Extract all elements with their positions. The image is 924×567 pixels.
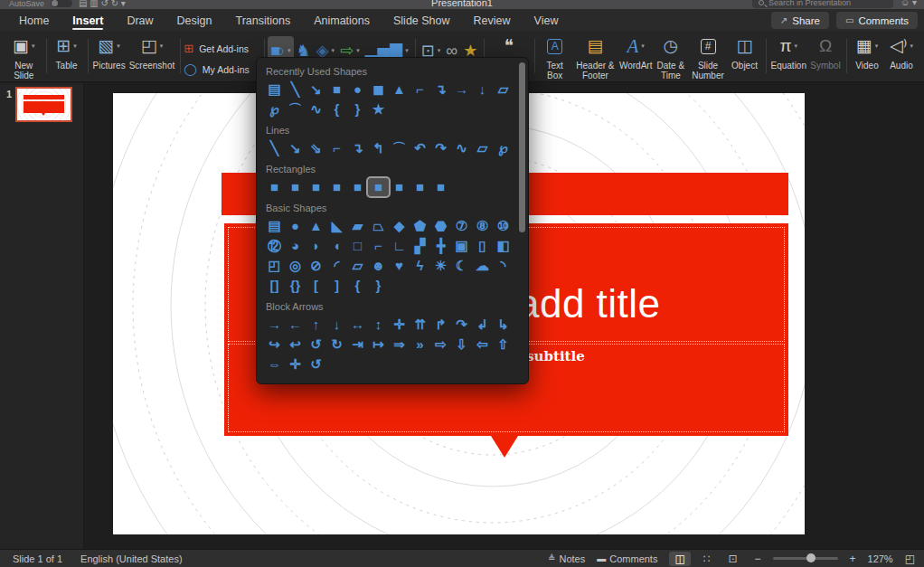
freeform-shape[interactable]: ▱ xyxy=(472,139,493,157)
curved-double-arrow-connector-shape[interactable]: ↷ xyxy=(430,139,451,157)
header-footer-button[interactable]: ▤Header & Footer xyxy=(572,33,619,82)
line-arrow-shape[interactable]: ↘ xyxy=(306,80,326,99)
elbow-arrow-connector-shape[interactable]: ↴ xyxy=(430,80,451,99)
notched-right-arrow-shape[interactable]: ↦ xyxy=(368,335,389,354)
chord-shape[interactable]: ◖ xyxy=(326,237,347,255)
quad-arrow-shape[interactable]: ✛ xyxy=(389,316,410,334)
l-shape-shape[interactable]: ∟ xyxy=(389,237,410,255)
share-button[interactable]: ↗ Share xyxy=(771,12,829,29)
equation-button[interactable]: π▾Equation xyxy=(769,33,808,72)
wordart-button[interactable]: A▾WordArt xyxy=(618,33,653,72)
zoom-in-button[interactable]: + xyxy=(850,553,856,565)
left-arrow-shape[interactable]: ← xyxy=(285,316,306,334)
get-add-ins-button[interactable]: ⊞Get Add-ins xyxy=(184,39,249,60)
striped-right-arrow-shape[interactable]: ⇥ xyxy=(347,335,368,354)
trapezoid-shape[interactable]: ⏢ xyxy=(368,217,389,235)
curved-connector-shape[interactable]: ⌒ xyxy=(389,139,410,157)
left-brace-shape[interactable]: { xyxy=(326,100,347,118)
quad-arrow-callout-shape[interactable]: ✛ xyxy=(285,355,306,373)
left-bracket-shape[interactable]: [ xyxy=(306,277,326,295)
oval-shape[interactable]: ● xyxy=(347,80,368,99)
snip-round-single-corner-rectangle-shape[interactable]: ■ xyxy=(368,178,389,196)
arc-shape[interactable]: ◜ xyxy=(326,257,347,275)
line-arrow-shape[interactable]: ↘ xyxy=(285,139,306,157)
lightning-bolt-shape[interactable]: ϟ xyxy=(410,257,430,275)
snip-diagonal-corner-rectangle-shape[interactable]: ■ xyxy=(347,178,368,196)
down-arrow-shape[interactable]: ↓ xyxy=(326,316,347,334)
round-diagonal-corner-rectangle-shape[interactable]: ■ xyxy=(430,178,451,196)
curved-down-arrow-shape[interactable]: ↻ xyxy=(326,335,347,354)
line-shape[interactable]: ╲ xyxy=(264,139,285,157)
right-arrow-shape[interactable]: → xyxy=(264,316,285,334)
feedback-smiley-icon[interactable]: ☺ ▾ xyxy=(900,0,917,7)
tab-home[interactable]: Home xyxy=(7,9,61,32)
screenshot-button[interactable]: ◰▾Screenshot xyxy=(127,33,177,72)
u-turn-arrow-shape[interactable]: ↷ xyxy=(451,316,472,334)
curved-left-arrow-shape[interactable]: ↩ xyxy=(285,335,306,354)
left-arrow-callout-shape[interactable]: ⇦ xyxy=(472,335,493,354)
up-arrow-callout-shape[interactable]: ⇧ xyxy=(493,335,514,354)
slide-number-button[interactable]: #Slide Number xyxy=(689,33,728,82)
rounded-rectangle-shape[interactable]: ■ xyxy=(285,178,306,196)
search-input[interactable]: Search in Presentation xyxy=(752,0,893,8)
elbow-connector-shape[interactable]: ⌐ xyxy=(410,80,430,99)
rectangle-shape[interactable]: ■ xyxy=(326,80,347,99)
rounded-rectangle-shape[interactable]: ◼ xyxy=(368,80,389,99)
slide-show-view-button[interactable]: ⊡ xyxy=(722,552,742,566)
round-same-side-corner-rectangle-shape[interactable]: ■ xyxy=(410,178,430,196)
elbow-double-arrow-connector-shape[interactable]: ↰ xyxy=(368,139,389,157)
text-box-shape[interactable]: ▤ xyxy=(264,80,285,99)
tab-insert[interactable]: Insert xyxy=(61,9,115,32)
menu-scrollbar[interactable] xyxy=(519,62,525,232)
left-up-arrow-shape[interactable]: ↳ xyxy=(493,316,514,334)
smiley-face-shape[interactable]: ☻ xyxy=(368,257,389,275)
block-arc-shape[interactable]: ◝ xyxy=(493,257,514,275)
callout-pointer-shape[interactable] xyxy=(491,436,518,458)
text-box-shape[interactable]: ▤ xyxy=(264,217,285,235)
symbol-button[interactable]: ΩSymbol xyxy=(808,33,843,72)
tab-review[interactable]: Review xyxy=(462,9,523,32)
right-arrow-shape[interactable]: → xyxy=(451,80,472,99)
parallelogram-shape[interactable]: ▰ xyxy=(347,217,368,235)
scribble-shape[interactable]: ℘ xyxy=(493,139,514,157)
table-button[interactable]: ⊞▾Table xyxy=(50,33,84,72)
curved-up-arrow-shape[interactable]: ↺ xyxy=(306,335,326,354)
donut-shape[interactable]: ◎ xyxy=(285,257,306,275)
elbow-arrow-connector-shape[interactable]: ↴ xyxy=(347,139,368,157)
right-bracket-shape[interactable]: ] xyxy=(326,277,347,295)
can-shape[interactable]: ▯ xyxy=(472,237,493,255)
round-single-corner-rectangle-shape[interactable]: ■ xyxy=(389,178,410,196)
half-frame-shape[interactable]: ⌐ xyxy=(368,237,389,255)
heptagon-shape[interactable]: ⑦ xyxy=(451,217,472,235)
isosceles-triangle-shape[interactable]: ▲ xyxy=(306,217,326,235)
double-bracket-shape[interactable]: [] xyxy=(264,277,285,295)
tab-design[interactable]: Design xyxy=(165,9,224,32)
curve-shape[interactable]: ⌒ xyxy=(285,100,306,118)
plaque-shape[interactable]: ▣ xyxy=(451,237,472,255)
heart-shape[interactable]: ♥ xyxy=(389,257,410,275)
right-arrow-callout-shape[interactable]: ⇨ xyxy=(430,335,451,354)
zoom-slider[interactable] xyxy=(773,557,838,560)
rectangle-shape[interactable]: ■ xyxy=(264,178,285,196)
diamond-shape[interactable]: ◆ xyxy=(389,217,410,235)
no-symbol-shape[interactable]: ⊘ xyxy=(306,257,326,275)
left-right-up-arrow-shape[interactable]: ⇈ xyxy=(410,316,430,334)
object-button[interactable]: ◫Object xyxy=(728,33,762,72)
snip-same-side-corner-rectangle-shape[interactable]: ■ xyxy=(326,178,347,196)
right-brace-shape[interactable]: } xyxy=(368,277,389,295)
comments-toggle[interactable]: ▬ Comments xyxy=(597,553,657,564)
down-arrow-callout-shape[interactable]: ⇩ xyxy=(451,335,472,354)
normal-view-button[interactable]: ◫ xyxy=(669,552,690,566)
line-shape[interactable]: ╲ xyxy=(285,80,306,99)
curved-connector-shape[interactable]: ∿ xyxy=(306,100,326,118)
teardrop-shape[interactable]: ◗ xyxy=(306,237,326,255)
snip-single-corner-rectangle-shape[interactable]: ■ xyxy=(306,178,326,196)
regular-pentagon-shape[interactable]: ⬟ xyxy=(410,217,430,235)
oval-shape[interactable]: ● xyxy=(285,217,306,235)
pie-shape[interactable]: ◕ xyxy=(285,237,306,255)
left-brace-shape[interactable]: { xyxy=(347,277,368,295)
curved-right-arrow-shape[interactable]: ↪ xyxy=(264,335,285,354)
circular-arrow-shape[interactable]: ↺ xyxy=(306,355,326,373)
sun-shape[interactable]: ☀ xyxy=(430,257,451,275)
tab-draw[interactable]: Draw xyxy=(115,9,165,32)
